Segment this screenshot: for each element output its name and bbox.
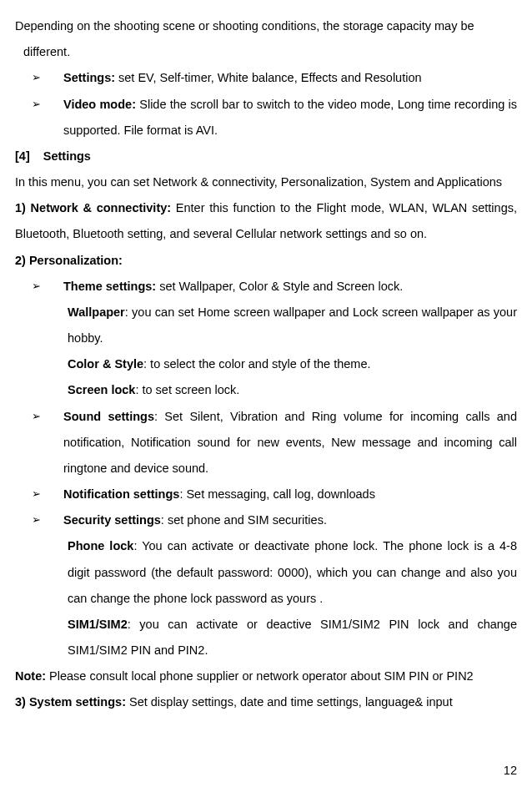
sub-sim: SIM1/SIM2: you can activate or deactive … bbox=[15, 612, 517, 663]
bullet-label: Video mode: bbox=[63, 98, 136, 111]
bullet-text: : Set messaging, call log, downloads bbox=[179, 487, 375, 501]
section-label: 1) Network & connectivity: bbox=[15, 201, 171, 214]
bullet-body: Settings: set EV, Self-timer, White bala… bbox=[63, 65, 517, 91]
page-number: 12 bbox=[504, 758, 517, 784]
bullet-security-settings: ➢ Security settings: set phone and SIM s… bbox=[15, 507, 517, 533]
section-system: 3) System settings: Set display settings… bbox=[15, 689, 517, 715]
intro-line1: Depending on the shooting scene or shoot… bbox=[15, 19, 474, 33]
sub-text: : you can set Home screen wallpaper and … bbox=[68, 305, 517, 345]
heading-title: Settings bbox=[43, 149, 91, 163]
settings-description: In this menu, you can set Network & conn… bbox=[15, 169, 517, 195]
sub-label: Wallpaper bbox=[68, 305, 125, 319]
chevron-right-icon: ➢ bbox=[32, 507, 63, 532]
bullet-label: Security settings bbox=[63, 513, 161, 527]
bullet-label: Sound settings bbox=[63, 410, 154, 423]
chevron-right-icon: ➢ bbox=[32, 65, 63, 89]
sub-wallpaper: Wallpaper: you can set Home screen wallp… bbox=[15, 300, 517, 351]
sub-text: : to set screen lock. bbox=[135, 383, 239, 396]
bullet-sound-settings: ➢ Sound settings: Set Silent, Vibration … bbox=[15, 404, 517, 482]
sub-color-style: Color & Style: to select the color and s… bbox=[15, 351, 517, 377]
bullet-body: Notification settings: Set messaging, ca… bbox=[63, 482, 517, 507]
bullet-text: set Wallpaper, Color & Style and Screen … bbox=[156, 280, 403, 293]
section-personalization: 2) Personalization: bbox=[15, 248, 517, 274]
chevron-right-icon: ➢ bbox=[32, 274, 63, 298]
document-page: Depending on the shooting scene or shoot… bbox=[15, 13, 517, 716]
section-heading-settings: [4]Settings bbox=[15, 144, 517, 169]
note-text: Please consult local phone supplier or n… bbox=[46, 669, 474, 683]
sub-text: : to select the color and style of the t… bbox=[143, 357, 370, 371]
intro-line2-wrap: different. bbox=[15, 39, 517, 65]
bullet-body: Sound settings: Set Silent, Vibration an… bbox=[63, 404, 517, 482]
bullet-label: Theme settings: bbox=[63, 280, 156, 293]
heading-number: [4] bbox=[15, 144, 30, 169]
bullet-settings: ➢ Settings: set EV, Self-timer, White ba… bbox=[15, 65, 517, 91]
section-label: 3) System settings: bbox=[15, 695, 126, 709]
sub-label: Color & Style bbox=[68, 357, 143, 371]
section-network: 1) Network & connectivity: Enter this fu… bbox=[15, 195, 517, 247]
intro-line2: different. bbox=[23, 45, 70, 58]
bullet-text: set EV, Self-timer, White balance, Effec… bbox=[115, 71, 422, 84]
chevron-right-icon: ➢ bbox=[32, 482, 63, 506]
sub-screen-lock: Screen lock: to set screen lock. bbox=[15, 377, 517, 403]
bullet-label: Notification settings bbox=[63, 487, 179, 501]
section-text: Set display settings, date and time sett… bbox=[126, 695, 453, 709]
chevron-right-icon: ➢ bbox=[32, 404, 63, 428]
bullet-body: Theme settings: set Wallpaper, Color & S… bbox=[63, 274, 517, 300]
sub-label: SIM1/SIM2 bbox=[68, 618, 128, 631]
intro-paragraph: Depending on the shooting scene or shoot… bbox=[15, 13, 517, 39]
sub-label: Phone lock bbox=[68, 539, 133, 552]
sub-text: : you can activate or deactive SIM1/SIM2… bbox=[68, 618, 517, 657]
bullet-body: Security settings: set phone and SIM sec… bbox=[63, 507, 517, 533]
bullet-notification-settings: ➢ Notification settings: Set messaging, … bbox=[15, 482, 517, 507]
sub-text: : You can activate or deactivate phone l… bbox=[68, 539, 517, 604]
bullet-video-mode: ➢ Video mode: Slide the scroll bar to sw… bbox=[15, 92, 517, 144]
bullet-text: : set phone and SIM securities. bbox=[161, 513, 327, 527]
sub-label: Screen lock bbox=[68, 383, 135, 396]
bullet-body: Video mode: Slide the scroll bar to swit… bbox=[63, 92, 517, 144]
bullet-theme-settings: ➢ Theme settings: set Wallpaper, Color &… bbox=[15, 274, 517, 300]
note-line: Note: Please consult local phone supplie… bbox=[15, 663, 517, 689]
bullet-label: Settings: bbox=[63, 71, 115, 84]
sub-phone-lock: Phone lock: You can activate or deactiva… bbox=[15, 533, 517, 612]
note-label: Note: bbox=[15, 669, 46, 683]
chevron-right-icon: ➢ bbox=[32, 92, 63, 116]
